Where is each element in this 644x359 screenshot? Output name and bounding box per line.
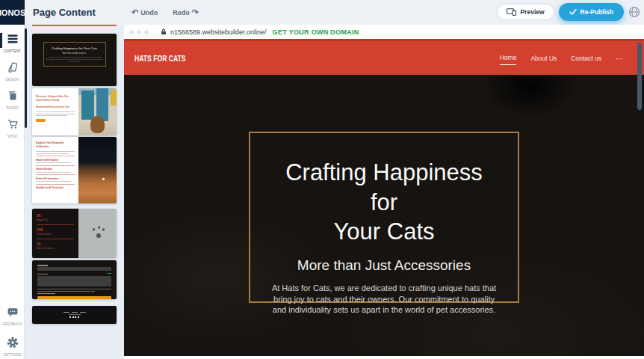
thumb-hero-subtitle: More than Just Accessories [46, 52, 103, 55]
char-counter [108, 273, 111, 274]
section-thumb-hero[interactable]: Crafting Happiness for Your Cats More th… [32, 34, 117, 86]
divider [37, 239, 74, 239]
pages-icon [7, 90, 19, 105]
next-section-edge [124, 356, 644, 359]
icon-sidebar: IONOS CONTENT DESIGN [0, 0, 25, 359]
thumb-intro-subheading: Handcrafted Exclusively for Cats [36, 105, 75, 108]
paw-print [102, 228, 105, 231]
panel-scrollbar[interactable] [25, 28, 27, 128]
stat-label: Repeat Customers [37, 247, 74, 250]
check-icon [569, 9, 577, 15]
site-header[interactable]: HATS FOR CATS Home About Us Contact us ⋯ [124, 39, 644, 75]
undo-icon: ↶ [131, 7, 138, 17]
panel-title: Page Content [33, 7, 96, 18]
form-submit-button [37, 296, 111, 299]
preview-scrollbar[interactable] [637, 43, 642, 110]
shop-cart-icon [7, 118, 19, 133]
form-textarea [37, 276, 111, 286]
thumb-features-text: Explore Our Exquisite Collection Hand Cr… [32, 137, 78, 203]
form-field-label [37, 274, 48, 275]
text-line [36, 115, 67, 116]
hero-section[interactable]: Crafting Happiness for Your Cats More th… [124, 75, 644, 356]
republish-button[interactable]: Re-Publish [559, 3, 624, 21]
section-thumb-features[interactable]: Explore Our Exquisite Collection Hand Cr… [32, 137, 117, 203]
sidebar-item-content[interactable]: CONTENT [0, 33, 25, 53]
footer-social-icons [69, 316, 79, 318]
thumb-intro-button [36, 119, 46, 122]
site-logo[interactable]: HATS FOR CATS [134, 54, 186, 63]
thumb-feature-item: Perfect Fit Guarantee [36, 177, 75, 180]
hero-title[interactable]: Crafting Happiness for Your Cats [270, 158, 498, 247]
paw-print [96, 233, 101, 238]
ionos-logo[interactable]: IONOS [0, 0, 25, 25]
nav-item-contact[interactable]: Contact us [571, 55, 601, 64]
thumb-stats-photo [78, 209, 117, 258]
preview-button[interactable]: Preview [497, 4, 554, 20]
get-domain-link[interactable]: GET YOUR OWN DOMAIN [273, 28, 359, 36]
hero-subtitle[interactable]: More than Just Accessories [297, 257, 471, 274]
nav-more-menu[interactable]: ⋯ [616, 55, 623, 64]
nav-item-about[interactable]: About Us [530, 55, 557, 64]
language-globe-icon[interactable] [628, 6, 640, 18]
undo-label: Undo [140, 9, 158, 16]
hero-title-line1: Crafting Happiness for [270, 158, 498, 217]
website-builder-app: IONOS CONTENT DESIGN [0, 0, 644, 359]
thumb-hero-title: Crafting Happiness for Your Cats [46, 46, 103, 51]
site-url: n1566589.websitebuilder.online/ [170, 28, 267, 36]
window-dot [129, 30, 134, 34]
site-preview-canvas: n1566589.websitebuilder.online/ GET YOUR… [124, 25, 644, 359]
sidebar-item-label: DESIGN [5, 78, 19, 82]
browser-chrome-bar: n1566589.websitebuilder.online/ GET YOUR… [124, 25, 644, 39]
active-nav-indicator [0, 33, 2, 48]
sidebar-item-feedback[interactable]: FEEDBACK [0, 306, 25, 326]
thumb-features-heading: Explore Our Exquisite Collection [36, 141, 75, 149]
sidebar-item-label: PAGES [6, 106, 18, 110]
sidebar-item-pages[interactable]: PAGES [0, 90, 25, 110]
form-field-row [37, 273, 111, 276]
text-line [36, 153, 69, 154]
paw-print [98, 226, 100, 229]
hero-bordered-box[interactable]: Crafting Happiness for Your Cats More th… [249, 132, 519, 303]
section-thumb-intro[interactable]: Discover Unique Hats For Your Feline Fri… [32, 88, 117, 135]
section-thumb-stats[interactable]: 5k Happy Cats 150 Unique Designs 1k Repe… [32, 209, 117, 258]
text-line [37, 291, 95, 292]
lock-icon [161, 28, 167, 35]
text-line [72, 312, 78, 313]
divider [37, 224, 74, 225]
poster-graphic [81, 90, 95, 120]
devices-icon [507, 8, 516, 16]
section-thumbnail-list: Crafting Happiness for Your Cats More th… [32, 34, 117, 324]
sidebar-item-settings[interactable]: SETTINGS [0, 337, 25, 357]
form-input [37, 267, 111, 271]
sidebar-item-label: CONTENT [4, 49, 21, 53]
section-thumb-contact-form[interactable] [32, 260, 117, 299]
thumb-intro-text: Discover Unique Hats For Your Feline Fri… [32, 88, 78, 135]
undo-redo-group: ↶ Undo Redo ↷ [131, 0, 199, 25]
nav-item-home[interactable]: Home [500, 54, 517, 65]
redo-button[interactable]: Redo ↷ [173, 7, 199, 17]
social-icon [72, 316, 74, 318]
sidebar-item-label: SHOP [7, 135, 18, 138]
stat-label: Unique Designs [37, 233, 74, 236]
redo-icon: ↷ [192, 7, 199, 17]
content-icon [7, 33, 19, 48]
thumb-feature-item: Suitable for All Occasions [36, 186, 75, 189]
undo-button[interactable]: ↶ Undo [131, 7, 158, 17]
divider [36, 184, 75, 185]
settings-gear-icon [7, 337, 19, 352]
social-icon [69, 316, 71, 318]
hero-body-text[interactable]: At Hats for Cats, we are dedicated to cr… [270, 283, 498, 316]
sidebar-item-label: SETTINGS [3, 353, 21, 357]
section-thumb-footer[interactable] [32, 306, 117, 324]
sidebar-bottom-group: FEEDBACK SETTINGS [0, 295, 25, 357]
thumb-stats-text: 5k Happy Cats 150 Unique Designs 1k Repe… [32, 209, 78, 258]
text-line [37, 289, 111, 289]
text-line [36, 151, 75, 152]
text-line [69, 314, 81, 315]
site-nav: Home About Us Contact us ⋯ [500, 41, 623, 77]
sidebar-item-design[interactable]: DESIGN [0, 61, 25, 82]
thumb-feature-item: Stylish Designs [36, 168, 75, 171]
sidebar-item-shop[interactable]: SHOP [0, 118, 25, 138]
design-icon [7, 61, 19, 76]
thumb-feature-item: Hand Crafted Quality [36, 159, 75, 162]
